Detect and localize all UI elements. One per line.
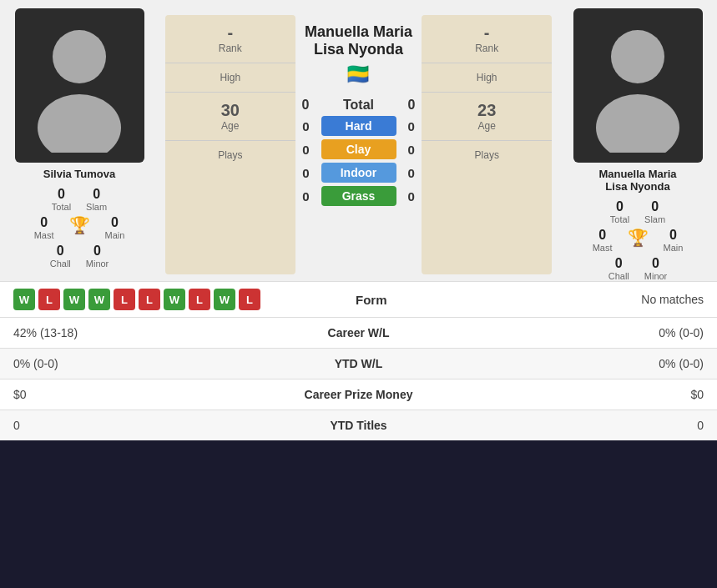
svg-point-1 [38,94,121,153]
stat-left-value: 0 [13,419,275,432]
player2-trophy-icon: 🏆 [628,228,649,248]
form-badge-l: L [239,289,260,310]
total-left: 0 [302,98,310,113]
player2-high-row: High [422,63,552,93]
clay-left: 0 [302,143,309,157]
player1-card: Silvia Tumova 0 Total 0 Slam 0 Mast [0,8,159,281]
player1-high-row: High [165,63,295,93]
player1-stats: 0 Total 0 Slam 0 Mast 🏆 [0,183,159,269]
indoor-row: 0 Indoor 0 [302,163,416,183]
player2-plays-row: Plays [422,141,552,169]
stat-right-value: 0% (0-0) [442,326,704,339]
stat-right-value: $0 [442,388,704,401]
clay-row: 0 Clay 0 [302,139,416,159]
total-right: 0 [408,98,416,113]
svg-point-3 [596,94,679,153]
player1-avatar [15,8,144,163]
player1-form-badges: WLWWLLWLWL [13,289,260,310]
form-badge-w: W [13,289,35,310]
indoor-left: 0 [302,166,309,180]
player1-age-row: 30 Age [165,93,295,141]
player2-form: No matches [482,293,704,306]
form-badge-l: L [189,289,210,310]
player1-trophy-icon: 🏆 [69,215,90,235]
stat-left-value: 0% (0-0) [13,357,275,370]
hard-row: 0 Hard 0 [302,116,416,136]
stat-center-label: Career Prize Money [275,388,442,401]
svg-point-0 [53,30,106,83]
player2-avatar [573,8,703,163]
form-label: Form [260,293,482,307]
grass-badge: Grass [321,186,396,206]
stat-center-label: YTD Titles [275,419,442,432]
grass-right: 0 [408,189,415,204]
grass-row: 0 Grass 0 [302,186,416,206]
bottom-stat-row: 0% (0-0)YTD W/L0% (0-0) [0,348,717,379]
player1-plays-row: Plays [165,141,295,169]
form-section: WLWWLLWLWL Form No matches [0,281,717,317]
stat-center-label: YTD W/L [275,357,442,370]
form-badge-w: W [88,289,110,310]
players-section: Silvia Tumova 0 Total 0 Slam 0 Mast [0,0,717,281]
player2-middle-stats: - Rank High 23 Age Plays [422,15,552,274]
indoor-badge: Indoor [321,163,396,183]
bottom-stat-row: $0Career Prize Money$0 [0,379,717,410]
form-badge-l: L [114,289,135,310]
svg-point-2 [611,30,664,83]
hard-badge: Hard [321,116,396,136]
clay-badge: Clay [321,139,396,159]
stat-right-value: 0 [442,419,704,432]
player2-flag: 🇬🇦 [346,63,371,86]
player1-name-below: Silvia Tumova [43,168,115,180]
main-container: Silvia Tumova 0 Total 0 Slam 0 Mast [0,0,717,440]
grass-left: 0 [302,189,309,204]
stat-left-value: 42% (13-18) [13,326,275,339]
player1-rank-row: - Rank [165,15,295,63]
indoor-right: 0 [408,166,415,180]
stat-left-value: $0 [13,388,275,401]
form-badge-l: L [139,289,160,310]
player2-rank-row: - Rank [422,15,552,63]
player2-name-top: Manuella Maria Lisa Nyonda 🇬🇦 [305,8,412,86]
stat-center-label: Career W/L [275,326,442,339]
hard-left: 0 [302,119,309,133]
player2-stats: 0 Total 0 Slam 0 Mast 🏆 [558,196,717,281]
player2-age-row: 23 Age [422,93,552,141]
player2-name-below: Manuella MariaLisa Nyonda [598,168,676,193]
form-badge-w: W [164,289,185,310]
bottom-stats-section: 42% (13-18)Career W/L0% (0-0)0% (0-0)YTD… [0,317,717,440]
total-row: 0 Total 0 [302,98,416,113]
form-badge-w: W [214,289,235,310]
hard-right: 0 [408,119,415,133]
total-label: Total [321,98,396,113]
form-badge-l: L [38,289,60,310]
clay-right: 0 [408,143,415,157]
bottom-stat-row: 42% (13-18)Career W/L0% (0-0) [0,317,717,348]
bottom-stat-row: 0YTD Titles0 [0,410,717,440]
surface-rows: 0 Total 0 0 Hard 0 0 Clay 0 0 Indoor [302,91,416,209]
player2-card: Manuella MariaLisa Nyonda 0 Total 0 Slam… [558,8,717,281]
stat-right-value: 0% (0-0) [442,357,704,370]
form-badge-w: W [63,289,85,310]
player1-middle-stats: - Rank High 30 Age Plays [165,15,295,274]
center-section: Manuella Maria Lisa Nyonda 🇬🇦 0 Total 0 … [302,8,416,281]
